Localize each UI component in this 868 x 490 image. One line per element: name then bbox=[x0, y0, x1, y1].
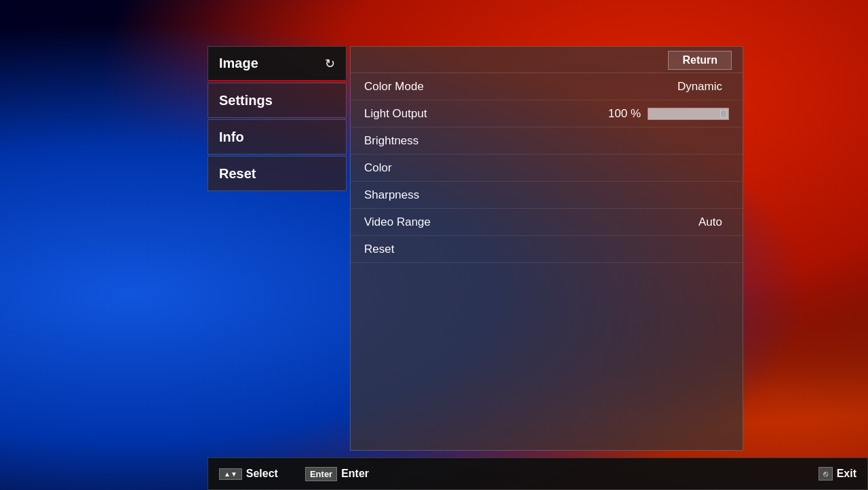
sidebar-item-info[interactable]: Info bbox=[208, 119, 347, 155]
sidebar-info-label: Info bbox=[219, 129, 244, 145]
enter-key-badge: Enter bbox=[305, 467, 337, 481]
select-icon: ▲▼ bbox=[224, 470, 237, 478]
light-output-bar bbox=[648, 108, 729, 120]
refresh-icon: ↻ bbox=[325, 56, 335, 71]
brightness-label: Brightness bbox=[364, 134, 729, 148]
video-range-label: Video Range bbox=[364, 216, 698, 229]
color-mode-value: Dynamic bbox=[677, 80, 722, 94]
status-bar: ▲▼ Select Enter Enter ⎋ Exit bbox=[208, 457, 868, 490]
sidebar-reset-label: Reset bbox=[219, 166, 256, 182]
menu-row-video-range[interactable]: Video Range Auto bbox=[351, 209, 743, 236]
light-output-bar-fill bbox=[648, 108, 728, 119]
light-output-bar-handle bbox=[720, 110, 727, 118]
sidebar-item-image[interactable]: Image ↻ bbox=[208, 46, 347, 81]
status-select: ▲▼ Select bbox=[219, 468, 278, 480]
sidebar: Image ↻ Settings Info Reset bbox=[208, 46, 347, 451]
return-area: Return bbox=[351, 47, 743, 73]
color-mode-label: Color Mode bbox=[364, 80, 677, 94]
enter-label: Enter bbox=[341, 468, 369, 480]
main-panel: Return Color Mode Dynamic Light Output 1… bbox=[350, 46, 743, 451]
menu-row-color-mode[interactable]: Color Mode Dynamic bbox=[351, 73, 743, 100]
select-key-badge: ▲▼ bbox=[219, 468, 242, 480]
reset-label: Reset bbox=[364, 243, 729, 256]
osd-container: Image ↻ Settings Info Reset Return Color… bbox=[208, 46, 743, 451]
return-button[interactable]: Return bbox=[668, 51, 732, 70]
sidebar-image-label: Image bbox=[219, 56, 258, 71]
menu-row-light-output[interactable]: Light Output 100 % bbox=[351, 100, 743, 127]
menu-row-color[interactable]: Color bbox=[351, 155, 743, 182]
exit-label: Exit bbox=[837, 468, 856, 480]
video-range-value: Auto bbox=[698, 216, 722, 229]
sidebar-item-settings[interactable]: Settings bbox=[208, 83, 347, 118]
light-output-value: 100 % bbox=[608, 107, 641, 121]
sharpness-label: Sharpness bbox=[364, 188, 729, 202]
sidebar-item-reset[interactable]: Reset bbox=[208, 156, 347, 191]
exit-icon-badge: ⎋ bbox=[818, 467, 833, 481]
light-output-label: Light Output bbox=[364, 107, 608, 121]
sidebar-settings-label: Settings bbox=[219, 93, 273, 108]
menu-row-sharpness[interactable]: Sharpness bbox=[351, 182, 743, 209]
color-label: Color bbox=[364, 161, 729, 175]
status-exit: ⎋ Exit bbox=[818, 467, 856, 481]
select-label: Select bbox=[246, 468, 278, 480]
menu-row-reset[interactable]: Reset bbox=[351, 236, 743, 263]
menu-row-brightness[interactable]: Brightness bbox=[351, 127, 743, 155]
status-enter: Enter Enter bbox=[305, 467, 369, 481]
